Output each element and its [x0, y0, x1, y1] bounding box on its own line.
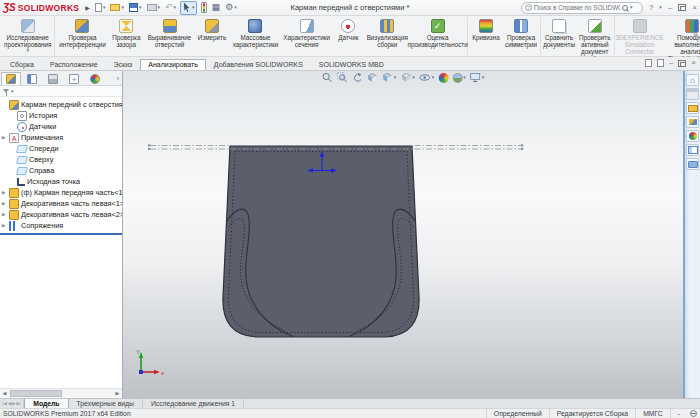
curvature-button[interactable]: Кривизна	[469, 17, 503, 55]
hide-show-items-button[interactable]: ▾	[419, 72, 435, 83]
propertymanager-tab[interactable]	[22, 72, 42, 85]
measure-button[interactable]: Измерить	[195, 17, 229, 55]
search-icon[interactable]	[622, 5, 628, 11]
featuremanager-tree-tab[interactable]	[1, 72, 21, 85]
custom-properties-icon[interactable]	[686, 144, 699, 156]
tab-3d-views[interactable]: Трехмерные виды	[69, 399, 143, 408]
expand-arrow-icon[interactable]	[2, 212, 9, 217]
tree-item-pocket-front-part[interactable]: (ф) Карман передняя часть<1> (По	[0, 187, 122, 198]
open-button[interactable]: ▾	[109, 3, 125, 12]
rebuild-button[interactable]	[200, 1, 208, 14]
clearance-check-button[interactable]: Проверка зазора	[109, 17, 144, 55]
scroll-right-icon[interactable]: ▶	[113, 390, 122, 396]
quick-tips-icon[interactable]	[690, 410, 697, 417]
doc-minimize-button[interactable]: –	[669, 59, 673, 67]
expand-arrow-icon[interactable]	[2, 223, 9, 228]
next-tab-icon[interactable]: ▶	[12, 401, 15, 406]
expand-arrow-icon[interactable]	[2, 190, 9, 195]
tab-evaluate[interactable]: Анализировать	[140, 59, 206, 70]
help-button[interactable]: ?	[649, 4, 653, 12]
zoom-to-fit-button[interactable]	[322, 72, 333, 83]
view-settings-button[interactable]: ▾	[470, 72, 485, 83]
tree-item-right-plane[interactable]: Справа	[0, 165, 122, 176]
prev-tab-icon[interactable]: ◀	[8, 401, 11, 406]
file-explorer-icon[interactable]	[686, 102, 699, 114]
previous-view-button[interactable]	[352, 72, 363, 83]
chevron-down-icon[interactable]: ▾	[659, 5, 662, 10]
zoom-to-area-button[interactable]	[337, 72, 348, 83]
tile-window-icon[interactable]	[657, 59, 664, 67]
tree-item-mates[interactable]: Сопряжения	[0, 220, 122, 231]
tab-assembly[interactable]: Сборка	[2, 59, 42, 70]
forum-icon[interactable]	[686, 158, 699, 170]
tree-item-front-plane[interactable]: Спереди	[0, 143, 122, 154]
toolbar-flyout-icon[interactable]: ▶	[85, 4, 90, 11]
tree-filter-bar[interactable]: ▾	[0, 86, 122, 97]
minimize-button[interactable]: –	[668, 4, 672, 12]
assembly-visualization-button[interactable]: Визуализация сборки	[365, 17, 409, 55]
view-orientation-button[interactable]: ▾	[382, 72, 397, 83]
search-input[interactable]	[534, 4, 620, 11]
compare-documents-button[interactable]: Сравнить документы	[542, 17, 576, 55]
tree-item-root[interactable]: Карман передний с отверстиями (По ум	[0, 99, 122, 110]
expand-arrow-icon[interactable]	[2, 135, 9, 140]
print-button[interactable]: ▾	[146, 3, 162, 12]
tab-model[interactable]: Модель	[24, 399, 68, 408]
mass-properties-button[interactable]: Массовые характеристики	[229, 17, 282, 55]
file-properties-button[interactable]: ▦	[211, 2, 222, 13]
view-palette-icon[interactable]	[686, 116, 699, 128]
restore-button[interactable]	[678, 4, 686, 11]
display-style-button[interactable]: ▾	[400, 72, 415, 83]
help-search-box[interactable]: ? ▾	[521, 2, 643, 14]
section-properties-button[interactable]: Характеристики сечения	[282, 17, 331, 55]
close-button[interactable]: ×	[692, 4, 697, 12]
tree-item-top-plane[interactable]: Сверху	[0, 154, 122, 165]
dimxpertmanager-tab[interactable]	[64, 72, 84, 85]
undo-button[interactable]: ↶▾	[164, 2, 177, 13]
units-selector[interactable]: ММГС	[635, 409, 670, 418]
doc-restore-button[interactable]	[678, 60, 686, 67]
tree-item-history[interactable]: История	[0, 110, 122, 121]
ribbon-overflow-button[interactable]: »	[693, 30, 698, 40]
select-tool-button[interactable]: ▾	[180, 1, 197, 15]
section-view-button[interactable]	[367, 72, 378, 83]
displaymanager-tab[interactable]	[85, 72, 105, 85]
resources-home-icon[interactable]	[686, 74, 699, 86]
hole-alignment-button[interactable]: Выравнивание отверстий	[144, 17, 195, 55]
scroll-left-icon[interactable]: ◀	[0, 390, 9, 396]
design-library-icon[interactable]	[686, 88, 699, 100]
configurationmanager-tab[interactable]	[43, 72, 63, 85]
panel-tabs-overflow[interactable]: ›	[117, 75, 121, 82]
tree-item-origin[interactable]: Исходная точка	[0, 176, 122, 187]
graphics-viewport[interactable]: ▾ ▾ ▾ ▾ ▾	[123, 71, 683, 398]
tab-sketch[interactable]: Эскиз	[106, 59, 141, 70]
part-body[interactable]	[223, 146, 419, 337]
new-window-icon[interactable]	[645, 59, 652, 67]
performance-evaluation-button[interactable]: Оценка производительности	[409, 17, 466, 55]
tab-layout[interactable]: Расположение	[42, 59, 106, 70]
last-tab-icon[interactable]: ▶|	[17, 401, 22, 406]
tree-item-decor-left-1[interactable]: Декоративная часть левая<1> (По у	[0, 198, 122, 209]
doc-close-button[interactable]: ×	[691, 59, 696, 67]
interference-check-button[interactable]: Проверка интерференции	[56, 17, 108, 55]
tree-item-decor-left-2[interactable]: Декоративная часть левая<2> (По у	[0, 209, 122, 220]
tree-item-sensors[interactable]: Датчики	[0, 121, 122, 132]
tree-horizontal-scrollbar[interactable]: ◀ ▶	[0, 388, 122, 397]
scrollbar-thumb[interactable]	[10, 390, 62, 397]
edit-appearance-button[interactable]	[438, 73, 448, 83]
tab-scroll-buttons[interactable]: |◀ ◀ ▶ ▶|	[0, 399, 24, 408]
tree-item-annotations[interactable]: Примечания	[0, 132, 122, 143]
apply-scene-button[interactable]: ▾	[452, 73, 466, 83]
tab-solidworks-addins[interactable]: Добавления SOLIDWORKS	[206, 59, 311, 70]
expand-arrow-icon[interactable]	[2, 201, 9, 206]
first-tab-icon[interactable]: |◀	[2, 401, 7, 406]
design-study-button[interactable]: Исследование проектирования ▾	[2, 17, 53, 55]
sensor-button[interactable]: Датчик	[331, 17, 365, 55]
tab-motion-study-1[interactable]: Исследование движения 1	[143, 399, 244, 408]
options-button[interactable]: ⚙▾	[224, 2, 238, 13]
save-button[interactable]: ▾	[128, 2, 143, 13]
new-document-button[interactable]: ▾	[94, 2, 107, 13]
check-active-document-button[interactable]: Проверить активный документ ▾	[576, 17, 613, 55]
tab-solidworks-mbd[interactable]: SOLIDWORKS MBD	[311, 59, 392, 70]
units-extra[interactable]: -	[670, 409, 687, 418]
